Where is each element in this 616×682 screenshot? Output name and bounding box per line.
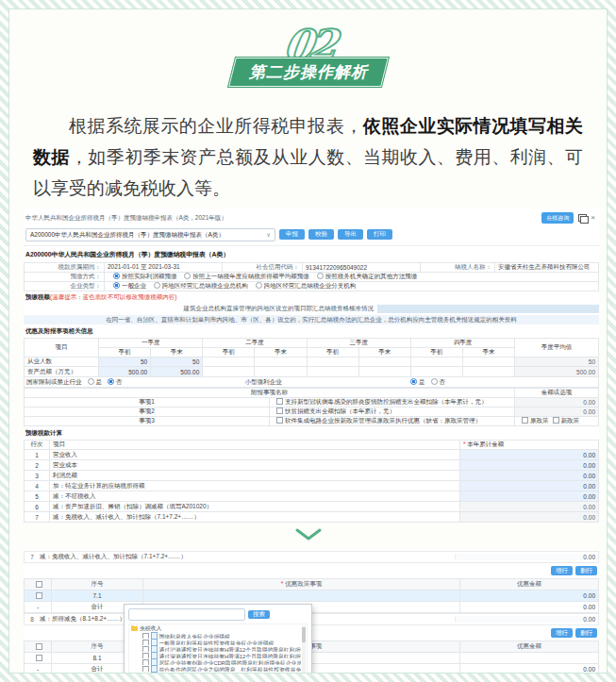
empty-cell[interactable] xyxy=(462,367,514,377)
add-row-button[interactable]: 增行 xyxy=(551,628,573,638)
radio-restricted-yes[interactable]: 是 xyxy=(82,378,103,387)
table-row: 资产总额（万元） 500.00 500.00 500.00 xyxy=(25,367,599,377)
line-no: 2 xyxy=(25,460,50,471)
checkbox-icon[interactable] xyxy=(36,581,42,588)
amount-input[interactable]: 0.00 xyxy=(460,460,599,471)
delete-row-button[interactable]: 删行 xyxy=(575,566,597,575)
radio-prev-year-average[interactable]: 按照上一纳税年度应纳税所得额平均额预缴 xyxy=(178,273,309,279)
annex-value: 0.00 xyxy=(515,398,599,408)
checkbox-icon[interactable] xyxy=(276,398,283,405)
tree-item[interactable]: 国债利息收入免征企业所得税 xyxy=(131,632,301,639)
radio-off-icon xyxy=(154,282,160,289)
radio-branch-enterprise[interactable]: 跨地区经营汇总纳税企业分支机构 xyxy=(250,282,357,289)
empty-cell[interactable] xyxy=(358,367,410,377)
table-row: 3利润总额0.00 xyxy=(25,471,599,481)
radio-off-icon xyxy=(88,378,94,385)
checkbox-icon[interactable] xyxy=(522,417,528,424)
tree-item[interactable]: 通过沪港通投资且连续持有H股满12个月取得的股息红利所得免征企业所得税 xyxy=(131,645,301,652)
validate-button[interactable]: 校验 xyxy=(308,229,334,240)
line-no: 4 xyxy=(25,481,50,491)
empty-cell[interactable] xyxy=(203,367,255,377)
export-button[interactable]: 导出 xyxy=(338,229,363,240)
checkbox-icon[interactable] xyxy=(276,408,283,414)
radio-other-method[interactable]: 按照税务机关确定的其他方法预缴 xyxy=(311,273,418,279)
print-button[interactable]: 打印 xyxy=(367,229,392,240)
consult-badge[interactable]: 在线咨询 xyxy=(541,212,574,224)
annex-no: 事项3 xyxy=(25,417,270,426)
line-label: 营业收入 xyxy=(50,450,460,460)
annex-table: 附报事项名称 金额或选项 事项1 支持新型冠状病毒感染的肺炎疫情防控捐赠支出全额… xyxy=(24,388,599,426)
radio-small-yes[interactable]: 是 xyxy=(405,378,425,387)
restricted-industry-label: 国家限制或禁止行业 xyxy=(26,378,82,387)
enterprise-type-options: 一般企业 跨地区经营汇总纳税企业总机构 跨地区经营汇总纳税企业分支机构 xyxy=(105,282,599,291)
checkbox-icon[interactable] xyxy=(36,655,42,661)
close-icon[interactable]: × xyxy=(591,214,595,222)
amount-cell[interactable] xyxy=(460,653,599,664)
tree-root[interactable]: 免税收入 xyxy=(131,625,301,632)
checkbox-icon[interactable] xyxy=(553,417,559,424)
policy-tree: 免税收入 国债利息收入免征企业所得税 一般股息红利等权益性投资收益免征企业所得税… xyxy=(128,624,308,674)
empty-cell[interactable] xyxy=(358,358,410,367)
restricted-industry-row: 国家限制或禁止行业 是 否 小型微利企业 是 否 xyxy=(24,377,599,388)
policy-select-cell[interactable] xyxy=(143,591,460,602)
empty-cell[interactable] xyxy=(410,367,462,377)
empty-cell[interactable] xyxy=(307,358,358,367)
amount-input[interactable]: 0.00 xyxy=(460,491,599,502)
col-item: 项目 xyxy=(50,441,460,450)
declare-button[interactable]: 申报 xyxy=(279,229,305,240)
radio-actual-profit[interactable]: 按照实际利润额预缴 xyxy=(108,273,177,279)
table-row: 从业人数 50 50 50 xyxy=(25,358,599,367)
checkbox-icon[interactable] xyxy=(36,643,42,650)
line-no: 6 xyxy=(25,502,50,512)
amount-input[interactable]: 0.00 xyxy=(460,450,599,460)
col-q3: 三季度 xyxy=(307,339,410,348)
form-select-value: A200000中华人民共和国企业所得税月（季）度预缴纳税申报表（A类） xyxy=(30,229,264,241)
scrollbar-vertical[interactable] xyxy=(302,625,306,674)
col-quarter-begin: 季初 xyxy=(307,348,358,358)
radio-hq-enterprise[interactable]: 跨地区经营汇总纳税企业总机构 xyxy=(148,282,248,289)
empty-cell[interactable] xyxy=(255,367,307,377)
dash-cell: - xyxy=(25,602,52,613)
amount-input[interactable]: 0.00 xyxy=(460,471,599,481)
tree-item[interactable]: 通过深港通投资且连续持有H股满12个月取得的股息红利所得免征企业所得税 xyxy=(131,652,301,658)
empty-cell[interactable] xyxy=(255,358,307,367)
benefit-section-title: 优惠及附报事项相关信息 xyxy=(24,324,599,338)
tree-item[interactable]: 一般股息红利等权益性投资收益免征企业所得税 xyxy=(131,639,301,645)
window-icon[interactable] xyxy=(578,214,587,222)
tree-item[interactable]: 符合条件的居民企业之间的股息、红利等权益性投资收益免征企业所得税 xyxy=(131,665,301,672)
employees-q1-end[interactable]: 50 xyxy=(151,358,203,367)
assets-q1-begin[interactable]: 500.00 xyxy=(99,367,151,377)
empty-cell[interactable] xyxy=(203,358,255,367)
search-button[interactable]: 搜索 xyxy=(248,610,270,620)
empty-cell[interactable] xyxy=(307,367,358,377)
construction-hq-input[interactable] xyxy=(377,305,599,313)
line-label: 减：免税收入、减计收入、加计扣除（7.1+7.2+……） xyxy=(40,553,455,561)
policy-search-input[interactable] xyxy=(128,608,245,621)
assets-q1-end[interactable]: 500.00 xyxy=(151,367,203,377)
document-icon xyxy=(151,652,158,658)
amount-cell[interactable]: 0.00 xyxy=(460,591,599,602)
empty-cell[interactable] xyxy=(462,358,514,367)
col-annex-amount: 金额或选项 xyxy=(515,389,599,398)
table-row: 事项2 扶贫捐赠支出全额扣除（本年累计，元） 0.00 xyxy=(25,408,599,417)
row-label: 资产总额（万元） xyxy=(25,367,99,377)
col-select xyxy=(25,641,52,653)
amount-input[interactable]: 0.00 xyxy=(460,481,599,491)
radio-restricted-no[interactable]: 否 xyxy=(102,378,123,387)
line-label: 减：不征税收入 xyxy=(50,491,460,502)
grid-row-selected[interactable]: 7.1 0.00 xyxy=(25,591,599,602)
radio-general-enterprise[interactable]: 一般企业 xyxy=(108,282,146,289)
form-select[interactable]: A200000中华人民共和国企业所得税月（季）度预缴纳税申报表（A类） ∨ xyxy=(25,228,275,241)
tree-item[interactable]: 居民企业持有创新企业CDR取得的股息红利所得免征企业所得税 xyxy=(131,658,301,665)
add-row-button[interactable]: 增行 xyxy=(551,566,573,575)
line-label: 加：特定业务计算的应纳税所得额 xyxy=(50,481,460,491)
checkbox-icon[interactable] xyxy=(36,592,42,599)
employees-q1-begin[interactable]: 50 xyxy=(99,358,151,367)
empty-cell[interactable] xyxy=(410,358,462,367)
credit-code-label: 社会信用代码： xyxy=(223,263,303,273)
radio-small-no[interactable]: 否 xyxy=(425,378,446,387)
checkbox-icon[interactable] xyxy=(276,417,283,424)
checkbox-icon[interactable] xyxy=(142,673,149,674)
delete-row-button[interactable]: 删行 xyxy=(575,628,597,638)
tree-item[interactable]: 永续债利息收入免征企业所得税 xyxy=(131,672,301,674)
